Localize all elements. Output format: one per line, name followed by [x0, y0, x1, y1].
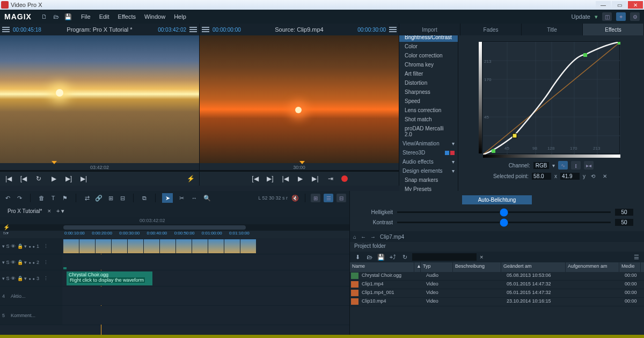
- close-tab-icon[interactable]: ×: [47, 208, 50, 214]
- track-header[interactable]: 5Komment...: [0, 306, 62, 325]
- delete-point-icon[interactable]: ✕: [601, 172, 609, 180]
- hamburger-icon[interactable]: [389, 27, 397, 32]
- save-icon[interactable]: 💾: [377, 253, 385, 261]
- window-close-button[interactable]: ✕: [628, 1, 643, 9]
- track-header[interactable]: ▾ S 👁 🔒 ▾ ⬥ ⬥ 1 ⋮: [0, 238, 62, 254]
- video-clip[interactable]: [63, 239, 257, 253]
- fx-group-header[interactable]: Stereo3D: [402, 150, 425, 156]
- fx-track-icon[interactable]: fx▾: [3, 231, 9, 236]
- track-header[interactable]: 4Aktio...: [0, 286, 62, 305]
- add-icon[interactable]: +⤴: [389, 253, 397, 261]
- fx-item[interactable]: Color: [399, 42, 458, 51]
- open-folder-icon[interactable]: 🗁: [52, 12, 61, 21]
- ripple-icon[interactable]: ⇄: [83, 194, 91, 202]
- curve-editor[interactable]: 45 98 128 170 213 213 170 45: [482, 41, 620, 154]
- menu-effects[interactable]: Effects: [118, 13, 136, 20]
- fx-group-header[interactable]: Design elements: [402, 168, 442, 174]
- ungroup-icon[interactable]: ⊟: [118, 194, 127, 202]
- forward-icon[interactable]: →: [370, 234, 376, 240]
- list-view-icon[interactable]: ☰: [632, 253, 641, 261]
- fx-item[interactable]: Chroma key: [399, 60, 458, 69]
- tab-title[interactable]: Title: [522, 24, 583, 35]
- hamburger-icon[interactable]: [202, 27, 209, 32]
- contrast-value[interactable]: 50: [615, 219, 633, 226]
- zoom-icon[interactable]: 🔍: [203, 194, 211, 202]
- update-link[interactable]: Update: [572, 13, 590, 20]
- clear-search-icon[interactable]: ×: [480, 254, 483, 260]
- fx-item[interactable]: Shot match: [399, 115, 458, 124]
- selpt-y-input[interactable]: [560, 173, 580, 180]
- fx-group-header[interactable]: View/Animation: [402, 141, 440, 146]
- out-point-icon[interactable]: ▶]: [64, 174, 73, 183]
- folder-icon[interactable]: 🗁: [365, 253, 374, 261]
- project-tab[interactable]: Pro X Tutorial*: [8, 208, 42, 214]
- selpt-x-input[interactable]: [532, 173, 551, 180]
- menu-edit[interactable]: Edit: [99, 13, 109, 20]
- undo-icon[interactable]: ↶: [3, 194, 12, 202]
- view-list-icon[interactable]: ☰: [324, 194, 333, 202]
- brightness-value[interactable]: 50: [615, 209, 633, 216]
- fx-item[interactable]: Art filter: [399, 69, 458, 78]
- bolt-icon[interactable]: ⚡: [3, 224, 10, 230]
- view-detail-icon[interactable]: ⊟: [336, 194, 346, 202]
- play-icon[interactable]: ▶: [296, 174, 305, 183]
- window-max-button[interactable]: ▭: [612, 1, 627, 9]
- in-point-icon[interactable]: [◀: [19, 174, 28, 183]
- redo-icon[interactable]: ↷: [15, 194, 24, 202]
- gear-icon[interactable]: ⚙: [630, 12, 640, 21]
- back-icon[interactable]: ←: [361, 234, 366, 240]
- refresh-icon[interactable]: ↻: [400, 253, 409, 261]
- play-icon[interactable]: ▶: [49, 174, 58, 183]
- in-point-icon[interactable]: [◀: [251, 174, 260, 183]
- home-icon[interactable]: ⌂: [353, 234, 356, 240]
- menu-help[interactable]: Help: [174, 13, 186, 20]
- auto-exposure-button[interactable]: Auto-Belichtung: [462, 195, 532, 204]
- window-min-button[interactable]: —: [596, 1, 611, 9]
- new-file-icon[interactable]: 🗋: [40, 12, 49, 21]
- media-row[interactable]: Clip1.mp4_001Video05.01.2015 14:47:3200:…: [350, 289, 644, 298]
- fx-toggle-icon[interactable]: ✦: [616, 12, 626, 21]
- media-row[interactable]: Chrystal Choir.oggAudio05.08.2013 10:53:…: [350, 272, 644, 281]
- prev-frame-icon[interactable]: |◀: [281, 174, 290, 183]
- fx-item[interactable]: proDAD Mercalli 2.0: [399, 124, 458, 139]
- media-row[interactable]: Clip1.mp4Video05.01.2015 14:47:3200:00: [350, 281, 644, 289]
- link-icon[interactable]: 🔗: [94, 194, 103, 202]
- track-header[interactable]: ▾ S 👁 🔒 ▾ ⬥ ⬥ 2 ⋮: [0, 254, 62, 270]
- trash-icon[interactable]: 🗑: [37, 194, 46, 202]
- cut-tool-icon[interactable]: ✂: [177, 194, 186, 202]
- channel-select[interactable]: RGB: [533, 162, 550, 169]
- timeline-ruler[interactable]: 00:03:42:02: [0, 217, 349, 224]
- curve-mode-icon[interactable]: ∿: [558, 161, 568, 170]
- program-preview[interactable]: [0, 35, 199, 163]
- tab-fades[interactable]: Fades: [460, 24, 522, 35]
- track-header[interactable]: ▾ S 👁 🔒 ▾ ⬥ ⬥ 3 ⋮: [0, 270, 62, 286]
- goto-end-icon[interactable]: ▶|: [79, 174, 88, 183]
- lock-icon[interactable]: ⟲: [589, 172, 597, 180]
- view-grid-icon[interactable]: ⊞: [311, 194, 320, 202]
- insert-icon[interactable]: ⇥: [326, 174, 335, 183]
- project-folder-label[interactable]: Project folder: [350, 242, 644, 252]
- timeline-scrollbar[interactable]: ⚡: [0, 224, 349, 231]
- search-input[interactable]: [412, 253, 477, 261]
- fx-item[interactable]: Lens correction: [399, 106, 458, 115]
- next-frame-icon[interactable]: ▶|: [311, 174, 320, 183]
- arrow-tool[interactable]: ➤: [162, 193, 173, 203]
- goto-start-icon[interactable]: |◀: [4, 174, 13, 183]
- fx-item[interactable]: Color correction: [399, 51, 458, 60]
- fx-item[interactable]: Speed: [399, 97, 458, 106]
- brightness-slider[interactable]: [397, 211, 611, 213]
- menu-file[interactable]: File: [81, 13, 91, 20]
- save-icon[interactable]: 💾: [64, 12, 72, 21]
- fx-group-header[interactable]: Audio effects: [402, 159, 434, 165]
- fx-item[interactable]: Snap markers: [399, 175, 458, 185]
- menu-window[interactable]: Window: [144, 13, 165, 20]
- source-ruler[interactable]: 30:00: [200, 163, 399, 172]
- fx-item[interactable]: Distortion: [399, 78, 458, 87]
- media-header[interactable]: Name ▲ Typ Beschreibung Geändert am Aufg…: [350, 262, 644, 272]
- add-tab-icon[interactable]: + ▾: [56, 208, 64, 215]
- layout-icon[interactable]: ◫: [602, 12, 612, 21]
- out-point-icon[interactable]: ▶]: [266, 174, 275, 183]
- bolt-icon[interactable]: ⚡: [186, 174, 195, 183]
- compare-icon[interactable]: ▸◂: [584, 161, 594, 170]
- import-icon[interactable]: ⬇: [353, 253, 362, 261]
